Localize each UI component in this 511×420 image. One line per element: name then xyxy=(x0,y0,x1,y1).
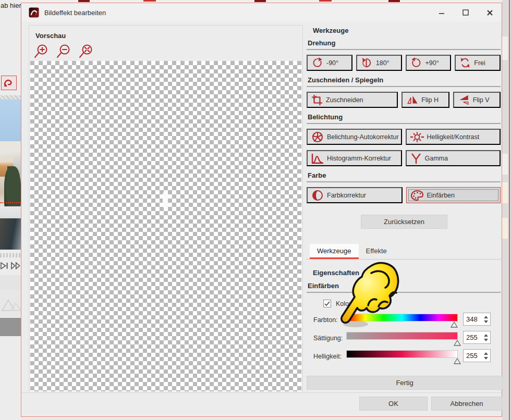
rotate-free-button[interactable]: Frei xyxy=(455,55,501,71)
preview-canvas-transparent[interactable] xyxy=(30,61,301,391)
crop-flip-buttons: Zuschneiden Flip H Flip V xyxy=(307,92,501,108)
spin-up-icon[interactable] xyxy=(484,334,488,337)
flip-v-button[interactable]: Flip V xyxy=(453,92,501,108)
rotate-ccw-button[interactable]: -90° xyxy=(307,55,352,71)
section-drehung: Drehung xyxy=(307,39,501,50)
half-circle-icon xyxy=(311,189,324,202)
minimize-button[interactable] xyxy=(430,3,454,22)
section-belichtung: Belichtung xyxy=(307,113,501,124)
kolorieren-checkbox[interactable] xyxy=(323,300,331,307)
background-panel xyxy=(0,290,21,317)
preview-zoom-toolbar xyxy=(33,43,95,60)
saturation-slider-handle[interactable] xyxy=(454,340,461,346)
rotate-cw-button[interactable]: +90° xyxy=(406,55,452,71)
maximize-button[interactable] xyxy=(454,3,478,22)
fast-forward-icon[interactable] xyxy=(11,262,21,270)
zoom-fit-icon[interactable] xyxy=(78,43,95,60)
background-left-strip: ab hier xyxy=(0,0,21,420)
saturation-slider[interactable] xyxy=(346,332,458,340)
titlebar[interactable]: Bildeffekt bearbeiten xyxy=(21,3,502,22)
ok-button[interactable]: OK xyxy=(359,397,428,411)
rotation-buttons: -90° 180° +90° xyxy=(307,55,501,71)
dialog-bildeffekt-bearbeiten: Bildeffekt bearbeiten Vorschau xyxy=(21,3,502,417)
lightness-value: 255 xyxy=(464,352,481,360)
hue-slider-row: Farbton: 348 xyxy=(313,313,502,331)
background-toolbar-button[interactable] xyxy=(1,76,17,90)
reset-button[interactable]: Zurücksetzen xyxy=(361,215,447,229)
rotate-cw-icon xyxy=(410,57,422,69)
tab-werkzeuge[interactable]: Werkzeuge xyxy=(310,244,359,259)
lightness-spin-arrows[interactable] xyxy=(481,350,490,362)
color-correction-button[interactable]: Farbkorrektur xyxy=(307,187,403,203)
hue-spinbox[interactable]: 348 xyxy=(463,313,491,326)
spin-down-icon[interactable] xyxy=(484,339,488,341)
close-button[interactable] xyxy=(478,3,502,22)
lightness-label: Helligkeit: xyxy=(313,353,342,360)
cancel-button[interactable]: Abbrechen xyxy=(431,397,502,411)
footer-separator xyxy=(21,392,502,393)
tools-panel: Werkzeuge Drehung -90° 180° xyxy=(306,27,502,390)
colorize-checkbox-row: Kolorieren xyxy=(323,300,502,307)
saturation-label: Sättigung: xyxy=(313,335,343,342)
canvas-artifact xyxy=(163,192,168,208)
crop-button[interactable]: Zuschneiden xyxy=(307,92,398,108)
app-icon xyxy=(29,7,39,18)
rotate-free-icon xyxy=(459,57,471,69)
image-placeholder-icon xyxy=(0,293,21,314)
rotate-180-button[interactable]: 180° xyxy=(356,55,402,71)
skip-end-icon[interactable] xyxy=(0,262,9,270)
dialog-footer: OK Abbrechen xyxy=(21,396,502,412)
spin-down-icon[interactable] xyxy=(484,320,488,323)
exposure-auto-button[interactable]: Belichtung-Autokorrektur xyxy=(307,129,402,145)
spin-up-icon[interactable] xyxy=(484,316,488,318)
rotate-180-icon xyxy=(361,57,373,69)
section-zuschneiden: Zuschneiden / Spiegeln xyxy=(307,76,501,87)
check-icon xyxy=(324,301,330,306)
histogram-button[interactable]: Histogramm-Korrektur xyxy=(307,150,402,166)
preview-label: Vorschau xyxy=(35,32,66,40)
divider-hatch xyxy=(0,95,21,100)
colorize-button[interactable]: Einfärben xyxy=(406,187,501,203)
close-icon xyxy=(486,9,493,16)
zoom-out-icon[interactable] xyxy=(56,43,72,60)
saturation-value: 255 xyxy=(464,333,481,341)
divider-hatch xyxy=(0,253,21,257)
maximize-icon xyxy=(463,9,469,16)
background-caption: ab hier xyxy=(1,2,21,9)
spin-up-icon[interactable] xyxy=(484,352,488,355)
preview-panel: Vorschau xyxy=(29,25,303,393)
gamma-button[interactable]: Gamma xyxy=(406,150,501,166)
exposure-buttons-row2: Histogramm-Korrektur Gamma xyxy=(307,150,501,166)
flip-h-icon xyxy=(406,94,418,106)
exposure-buttons-row1: Belichtung-Autokorrektur Helligkeit/Kont… xyxy=(307,129,501,145)
sun-icon xyxy=(410,131,424,143)
tab-effekte[interactable]: Effekte xyxy=(359,244,394,259)
lightness-slider-handle[interactable] xyxy=(454,358,461,364)
redo-curve-icon xyxy=(3,78,15,88)
lightness-slider-row: Helligkeit: 255 xyxy=(313,349,502,367)
background-right-strip xyxy=(502,0,511,420)
lightness-slider[interactable] xyxy=(346,350,458,358)
hue-slider[interactable] xyxy=(346,314,458,322)
zoom-in-icon[interactable] xyxy=(33,43,50,60)
hue-spin-arrows[interactable] xyxy=(481,313,490,325)
flip-h-button[interactable]: Flip H xyxy=(402,92,449,108)
properties-panel: Eigenschaften Einfärben Kolorieren Farbt… xyxy=(306,269,502,390)
done-button[interactable]: Fertig xyxy=(307,376,503,390)
spin-down-icon[interactable] xyxy=(484,357,488,360)
saturation-spin-arrows[interactable] xyxy=(481,331,490,343)
hue-label: Farbton: xyxy=(313,316,338,324)
tools-header: Werkzeuge xyxy=(306,27,502,34)
rotate-ccw-icon xyxy=(311,57,323,69)
lightness-spinbox[interactable]: 255 xyxy=(463,349,491,362)
flip-v-icon xyxy=(458,94,470,106)
crop-icon xyxy=(311,94,323,106)
tab-bar: Werkzeuge Effekte xyxy=(306,244,502,260)
brightness-contrast-button[interactable]: Helligkeit/Kontrast xyxy=(406,129,501,145)
color-buttons: Farbkorrektur Einfärben xyxy=(307,187,501,203)
background-gray-bar xyxy=(0,318,21,336)
minimize-icon xyxy=(439,9,445,16)
hue-slider-handle[interactable] xyxy=(451,322,458,328)
saturation-spinbox[interactable]: 255 xyxy=(463,331,491,344)
background-panel xyxy=(0,275,21,290)
